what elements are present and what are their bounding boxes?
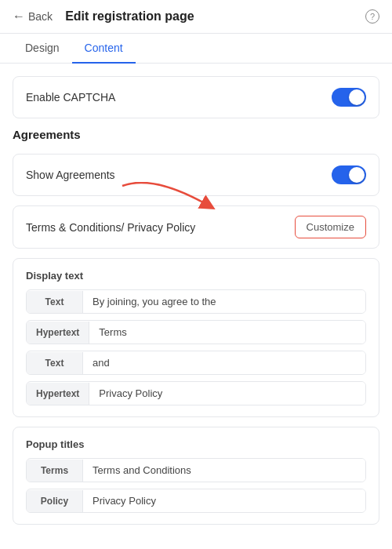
display-field-0: Text By joining, you agree to the	[26, 289, 366, 314]
display-field-2: Text and	[26, 351, 366, 375]
policy-wrapper: Terms & Conditions/ Privacy Policy Custo…	[13, 205, 379, 249]
popup-field-1: Policy Privacy Policy	[26, 489, 366, 513]
agreements-title: Agreements	[13, 128, 379, 141]
content-area: Enable CAPTCHA Agreements Show Agreement…	[0, 64, 392, 537]
captcha-card: Enable CAPTCHA	[13, 76, 379, 118]
tab-bar: Design Content	[0, 34, 392, 64]
field-value-0: By joining, you agree to the	[83, 290, 365, 313]
popup-titles-card: Popup titles Terms Terms and Conditions …	[13, 427, 379, 525]
popup-field-0: Terms Terms and Conditions	[26, 458, 366, 482]
back-button[interactable]: ← Back	[13, 9, 53, 24]
field-value-3: Privacy Policy	[89, 382, 365, 405]
back-arrow-icon: ←	[13, 9, 25, 24]
page-title: Edit registration page	[65, 9, 361, 24]
field-value-1: Terms	[89, 321, 365, 344]
tab-design[interactable]: Design	[13, 34, 72, 64]
display-text-fields: Text By joining, you agree to the Hypert…	[26, 289, 366, 405]
field-value-2: and	[83, 351, 365, 374]
display-field-3: Hypertext Privacy Policy	[26, 381, 366, 405]
show-agreements-row: Show Agreements	[26, 165, 366, 184]
agreements-section: Agreements	[13, 128, 379, 144]
display-text-card: Display text Text By joining, you agree …	[13, 258, 379, 417]
field-tag-2: Text	[27, 352, 83, 374]
tab-content[interactable]: Content	[72, 34, 136, 64]
popup-value-1: Privacy Policy	[83, 489, 365, 512]
show-agreements-card: Show Agreements	[13, 154, 379, 196]
popup-tag-1: Policy	[27, 490, 83, 512]
popup-titles-title: Popup titles	[26, 438, 366, 450]
captcha-row: Enable CAPTCHA	[26, 88, 366, 107]
help-icon[interactable]: ?	[365, 9, 379, 24]
popup-value-0: Terms and Conditions	[83, 459, 365, 482]
show-agreements-toggle[interactable]	[332, 165, 366, 184]
policy-row: Terms & Conditions/ Privacy Policy Custo…	[13, 205, 379, 249]
back-label: Back	[28, 10, 53, 23]
field-tag-1: Hypertext	[27, 322, 89, 344]
display-text-title: Display text	[26, 270, 366, 282]
popup-tag-0: Terms	[27, 460, 83, 482]
field-tag-3: Hypertext	[27, 383, 89, 405]
popup-titles-fields: Terms Terms and Conditions Policy Privac…	[26, 458, 366, 513]
header: ← Back Edit registration page ?	[0, 0, 392, 34]
captcha-label: Enable CAPTCHA	[26, 91, 115, 104]
show-agreements-label: Show Agreements	[26, 169, 115, 181]
customize-button[interactable]: Customize	[295, 216, 366, 238]
field-tag-0: Text	[27, 291, 83, 313]
captcha-toggle[interactable]	[332, 88, 366, 107]
policy-label: Terms & Conditions/ Privacy Policy	[26, 221, 195, 234]
display-field-1: Hypertext Terms	[26, 320, 366, 344]
